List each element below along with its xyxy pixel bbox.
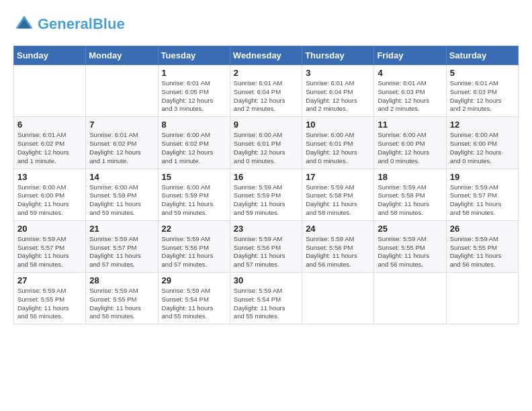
weekday-header-thursday: Thursday: [302, 46, 374, 65]
calendar-cell: 2Sunrise: 6:01 AMSunset: 6:04 PMDaylight…: [230, 65, 302, 117]
logo: GeneralBlue: [13, 13, 125, 35]
weekday-header-tuesday: Tuesday: [158, 46, 230, 65]
calendar-cell: 9Sunrise: 6:00 AMSunset: 6:01 PMDaylight…: [230, 117, 302, 169]
calendar-cell: 21Sunrise: 5:59 AMSunset: 5:57 PMDayligh…: [86, 220, 158, 272]
day-number: 24: [306, 224, 370, 234]
day-number: 9: [234, 120, 298, 130]
cell-details: Sunrise: 5:59 AMSunset: 5:55 PMDaylight:…: [17, 287, 82, 321]
cell-details: Sunrise: 5:59 AMSunset: 5:55 PMDaylight:…: [450, 235, 515, 269]
weekday-header-saturday: Saturday: [446, 46, 518, 65]
logo-line2: Blue: [93, 15, 125, 32]
cell-details: Sunrise: 6:00 AMSunset: 6:02 PMDaylight:…: [162, 131, 226, 165]
calendar-cell: 20Sunrise: 5:59 AMSunset: 5:57 PMDayligh…: [14, 220, 86, 272]
day-number: 27: [17, 275, 82, 285]
day-number: 8: [162, 120, 226, 130]
day-number: 19: [450, 172, 515, 182]
logo-line1: General: [38, 15, 93, 32]
calendar-cell: 3Sunrise: 6:01 AMSunset: 6:04 PMDaylight…: [302, 65, 374, 117]
cell-details: Sunrise: 5:59 AMSunset: 5:55 PMDaylight:…: [89, 287, 154, 321]
weekday-header-row: SundayMondayTuesdayWednesdayThursdayFrid…: [14, 46, 519, 65]
day-number: 14: [89, 172, 154, 182]
calendar-cell: 10Sunrise: 6:00 AMSunset: 6:01 PMDayligh…: [302, 117, 374, 169]
calendar-cell: 6Sunrise: 6:01 AMSunset: 6:02 PMDaylight…: [14, 117, 86, 169]
weekday-header-monday: Monday: [86, 46, 158, 65]
day-number: 10: [306, 120, 370, 130]
calendar-cell: 30Sunrise: 5:59 AMSunset: 5:54 PMDayligh…: [230, 273, 302, 324]
cell-details: Sunrise: 6:00 AMSunset: 5:59 PMDaylight:…: [162, 183, 226, 218]
calendar-cell: 13Sunrise: 6:00 AMSunset: 6:00 PMDayligh…: [14, 169, 86, 220]
logo-text: GeneralBlue: [38, 16, 125, 32]
week-row-2: 6Sunrise: 6:01 AMSunset: 6:02 PMDaylight…: [14, 117, 519, 169]
calendar-cell: 17Sunrise: 5:59 AMSunset: 5:58 PMDayligh…: [302, 169, 374, 220]
cell-details: Sunrise: 5:59 AMSunset: 5:57 PMDaylight:…: [89, 235, 154, 269]
calendar-cell: 22Sunrise: 5:59 AMSunset: 5:56 PMDayligh…: [158, 220, 230, 272]
week-row-1: 1Sunrise: 6:01 AMSunset: 6:05 PMDaylight…: [14, 65, 519, 117]
calendar-cell: 18Sunrise: 5:59 AMSunset: 5:58 PMDayligh…: [374, 169, 446, 220]
cell-details: Sunrise: 6:00 AMSunset: 5:59 PMDaylight:…: [89, 183, 154, 218]
day-number: 12: [450, 120, 515, 130]
calendar-cell: 19Sunrise: 5:59 AMSunset: 5:57 PMDayligh…: [446, 169, 518, 220]
calendar-cell: 8Sunrise: 6:00 AMSunset: 6:02 PMDaylight…: [158, 117, 230, 169]
day-number: 6: [17, 120, 82, 130]
calendar-cell: 7Sunrise: 6:01 AMSunset: 6:02 PMDaylight…: [86, 117, 158, 169]
cell-details: Sunrise: 5:59 AMSunset: 5:56 PMDaylight:…: [234, 235, 298, 269]
cell-details: Sunrise: 6:01 AMSunset: 6:03 PMDaylight:…: [450, 79, 515, 113]
day-number: 30: [234, 275, 298, 285]
calendar-cell: [302, 273, 374, 324]
calendar-cell: 1Sunrise: 6:01 AMSunset: 6:05 PMDaylight…: [158, 65, 230, 117]
day-number: 22: [162, 224, 226, 234]
day-number: 25: [378, 224, 442, 234]
calendar-cell: 4Sunrise: 6:01 AMSunset: 6:03 PMDaylight…: [374, 65, 446, 117]
calendar-cell: [374, 273, 446, 324]
cell-details: Sunrise: 5:59 AMSunset: 5:57 PMDaylight:…: [450, 183, 515, 218]
cell-details: Sunrise: 6:01 AMSunset: 6:02 PMDaylight:…: [17, 131, 82, 165]
calendar-cell: [14, 65, 86, 117]
day-number: 1: [162, 68, 226, 78]
calendar-cell: [446, 273, 518, 324]
cell-details: Sunrise: 6:01 AMSunset: 6:03 PMDaylight:…: [378, 79, 442, 113]
cell-details: Sunrise: 6:01 AMSunset: 6:05 PMDaylight:…: [162, 79, 226, 113]
day-number: 21: [89, 224, 154, 234]
day-number: 4: [378, 68, 442, 78]
calendar-cell: 28Sunrise: 5:59 AMSunset: 5:55 PMDayligh…: [86, 273, 158, 324]
calendar-cell: 24Sunrise: 5:59 AMSunset: 5:56 PMDayligh…: [302, 220, 374, 272]
week-row-3: 13Sunrise: 6:00 AMSunset: 6:00 PMDayligh…: [14, 169, 519, 220]
day-number: 16: [234, 172, 298, 182]
cell-details: Sunrise: 6:00 AMSunset: 6:01 PMDaylight:…: [234, 131, 298, 165]
week-row-4: 20Sunrise: 5:59 AMSunset: 5:57 PMDayligh…: [14, 220, 519, 272]
calendar-table: SundayMondayTuesdayWednesdayThursdayFrid…: [13, 46, 519, 324]
day-number: 3: [306, 68, 370, 78]
cell-details: Sunrise: 6:01 AMSunset: 6:02 PMDaylight:…: [89, 131, 154, 165]
cell-details: Sunrise: 6:01 AMSunset: 6:04 PMDaylight:…: [306, 79, 370, 113]
day-number: 20: [17, 224, 82, 234]
day-number: 11: [378, 120, 442, 130]
day-number: 13: [17, 172, 82, 182]
calendar-cell: 15Sunrise: 6:00 AMSunset: 5:59 PMDayligh…: [158, 169, 230, 220]
cell-details: Sunrise: 6:01 AMSunset: 6:04 PMDaylight:…: [234, 79, 298, 113]
day-number: 5: [450, 68, 515, 78]
day-number: 7: [89, 120, 154, 130]
calendar-cell: 23Sunrise: 5:59 AMSunset: 5:56 PMDayligh…: [230, 220, 302, 272]
cell-details: Sunrise: 5:59 AMSunset: 5:55 PMDaylight:…: [378, 235, 442, 269]
cell-details: Sunrise: 6:00 AMSunset: 6:00 PMDaylight:…: [450, 131, 515, 165]
calendar-cell: 11Sunrise: 6:00 AMSunset: 6:00 PMDayligh…: [374, 117, 446, 169]
cell-details: Sunrise: 5:59 AMSunset: 5:54 PMDaylight:…: [162, 287, 226, 321]
calendar-cell: 26Sunrise: 5:59 AMSunset: 5:55 PMDayligh…: [446, 220, 518, 272]
calendar-cell: 25Sunrise: 5:59 AMSunset: 5:55 PMDayligh…: [374, 220, 446, 272]
header: GeneralBlue: [13, 13, 519, 35]
cell-details: Sunrise: 5:59 AMSunset: 5:58 PMDaylight:…: [306, 183, 370, 218]
day-number: 18: [378, 172, 442, 182]
week-row-5: 27Sunrise: 5:59 AMSunset: 5:55 PMDayligh…: [14, 273, 519, 324]
day-number: 23: [234, 224, 298, 234]
weekday-header-sunday: Sunday: [14, 46, 86, 65]
weekday-header-friday: Friday: [374, 46, 446, 65]
cell-details: Sunrise: 5:59 AMSunset: 5:59 PMDaylight:…: [234, 183, 298, 218]
cell-details: Sunrise: 5:59 AMSunset: 5:56 PMDaylight:…: [306, 235, 370, 269]
cell-details: Sunrise: 5:59 AMSunset: 5:54 PMDaylight:…: [234, 287, 298, 321]
cell-details: Sunrise: 6:00 AMSunset: 6:00 PMDaylight:…: [378, 131, 442, 165]
cell-details: Sunrise: 5:59 AMSunset: 5:57 PMDaylight:…: [17, 235, 82, 269]
day-number: 17: [306, 172, 370, 182]
calendar-cell: 14Sunrise: 6:00 AMSunset: 5:59 PMDayligh…: [86, 169, 158, 220]
day-number: 28: [89, 275, 154, 285]
calendar-cell: 12Sunrise: 6:00 AMSunset: 6:00 PMDayligh…: [446, 117, 518, 169]
